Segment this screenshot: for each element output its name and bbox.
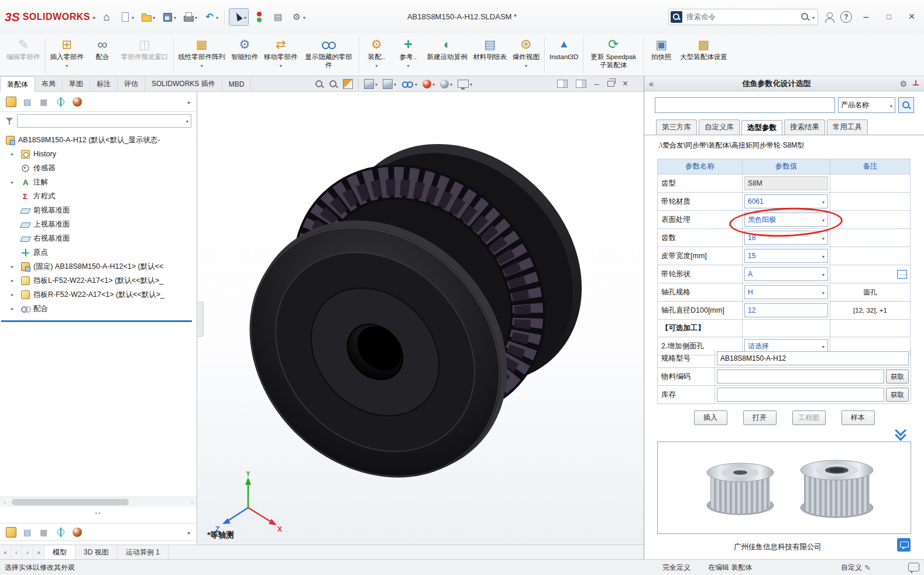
fetch-material-code-button[interactable]: 获取 [886,369,909,384]
tab-assembly[interactable]: 装配体 [0,76,35,93]
expand-caret-icon[interactable] [11,273,14,288]
chevron-down-icon[interactable] [132,13,134,21]
view-settings-button[interactable] [458,80,472,88]
minimize-button[interactable] [857,9,875,25]
tree-root-item[interactable]: AB18S8M150-A-H12 (默认<默认_显示状态- [0,133,197,147]
home-button[interactable] [98,9,115,25]
displaymanager-tab-icon[interactable] [73,528,82,537]
chevron-down-icon[interactable] [195,13,197,21]
search-input[interactable] [685,12,798,22]
tab-search-results[interactable]: 搜索结果 [784,119,825,135]
tree-item-equations[interactable]: 方程式 [0,189,197,203]
material-code-input[interactable] [717,369,884,384]
chevron-down-icon[interactable] [216,13,218,21]
large-assembly-settings-button[interactable]: 大型装配体设置 [677,35,730,76]
chevron-down-icon[interactable] [812,13,815,21]
chevron-down-icon[interactable] [822,252,825,260]
close-button[interactable] [903,9,920,25]
zoom-fit-icon[interactable] [315,80,324,88]
dimxpertmanager-tab-icon[interactable] [56,97,66,107]
scroll-next-tab-icon[interactable] [22,545,33,559]
tree-item-top-plane[interactable]: 上视基准面 [0,217,197,231]
chevron-down-icon[interactable] [432,80,435,88]
chat-icon[interactable] [908,563,919,571]
configurationmanager-tab-icon[interactable] [40,97,49,107]
filter-funnel-icon[interactable] [5,117,13,125]
update-speedpak-button[interactable]: 更新 Speedpak 子装配体 [585,35,641,76]
chevron-down-icon[interactable] [415,80,417,88]
chevron-down-icon[interactable] [280,61,282,70]
chevron-down-icon[interactable] [822,197,825,206]
stock-input[interactable] [717,388,884,402]
propertymanager-tab-icon[interactable] [23,528,33,537]
material-dropdown[interactable]: 6061 [744,194,828,208]
tab-selection-parameters[interactable]: 选型参数 [741,120,782,135]
search-category-dropdown[interactable]: 产品名称 [838,97,895,113]
scroll-left-icon[interactable] [0,499,9,505]
product-search-input[interactable] [655,97,835,113]
edit-component-button[interactable]: 编辑零部件 [4,35,43,76]
user-account-icon[interactable] [823,11,835,23]
expand-caret-icon[interactable] [11,259,14,273]
tree-item-history[interactable]: History [0,147,197,161]
chevron-down-icon[interactable] [303,13,305,21]
print-button[interactable] [180,9,199,25]
configurationmanager-tab-icon[interactable] [40,528,49,537]
tab-sketch[interactable]: 草图 [63,76,90,92]
pin-icon[interactable] [912,80,919,87]
scroll-prev-tab-icon[interactable] [11,545,22,559]
chevron-down-icon[interactable] [375,61,377,70]
instant3d-button[interactable]: Instant3D [547,35,581,76]
undo-button[interactable] [201,9,220,25]
propertymanager-tab-icon[interactable] [23,97,33,107]
search-flyout-icon[interactable] [671,11,682,23]
tree-item-sensors[interactable]: 传感器 [0,161,197,175]
product-search-button[interactable] [898,97,914,113]
tab-strip-expand-icon[interactable] [188,528,191,536]
chevron-down-icon[interactable] [375,80,377,88]
file-properties-button[interactable] [270,9,286,25]
tree-item-right-plane[interactable]: 右视基准面 [0,231,197,245]
scroll-last-tab-icon[interactable] [33,545,44,559]
tab-model[interactable]: 模型 [44,545,75,559]
chat-icon[interactable] [897,538,911,552]
reference-geometry-button[interactable]: 参考.. [393,35,424,76]
size-table-icon[interactable] [897,270,907,279]
bill-of-materials-button[interactable]: 材料明细表 [470,35,510,76]
expand-more-icon[interactable] [895,426,906,439]
chevron-down-icon[interactable] [174,13,176,21]
tree-horizontal-scrollbar[interactable] [0,497,197,507]
chevron-down-icon[interactable] [186,117,188,125]
belt-width-dropdown[interactable]: 15 [744,249,828,263]
chevron-down-icon[interactable] [822,234,825,242]
apply-scene-button[interactable] [440,80,452,88]
scrollbar-track[interactable] [9,497,187,507]
expand-caret-icon[interactable] [11,302,14,316]
tree-item-annotations[interactable]: 注解 [0,175,197,189]
tree-item-front-plane[interactable]: 前视基准面 [0,203,197,217]
fetch-stock-button[interactable]: 获取 [886,388,909,402]
doc-close-icon[interactable] [623,78,628,89]
expand-caret-icon[interactable] [11,288,14,302]
chevron-down-icon[interactable] [470,80,472,88]
drawing-button[interactable]: 工程图 [792,410,826,425]
insert-components-button[interactable]: 插入零部件 [47,35,87,76]
chevron-down-icon[interactable] [822,270,825,278]
chevron-down-icon[interactable] [153,13,155,21]
doc-minimize-icon[interactable] [595,79,599,88]
maximize-button[interactable] [880,9,898,25]
chevron-down-icon[interactable] [66,61,68,70]
expand-caret-icon[interactable] [11,147,14,161]
edit-appearance-button[interactable] [423,80,435,88]
take-snapshot-button[interactable]: 拍快照 [645,35,677,76]
tab-3d-views[interactable]: 3D 视图 [75,545,118,559]
tab-mbd[interactable]: MBD [222,76,252,92]
pane-right-icon[interactable] [576,80,586,88]
tree-item-baffle-r[interactable]: 挡板R-F52-W22-A17<1> (默认<<默认>_ [0,288,197,302]
mate-button[interactable]: 配合 [87,35,118,76]
zoom-area-icon[interactable] [329,80,338,88]
dimxpertmanager-tab-icon[interactable] [56,528,66,537]
bore-spec-dropdown[interactable]: H [744,285,828,299]
tab-common-tools[interactable]: 常用工具 [827,119,868,135]
open-button[interactable]: 打开 [743,410,777,425]
